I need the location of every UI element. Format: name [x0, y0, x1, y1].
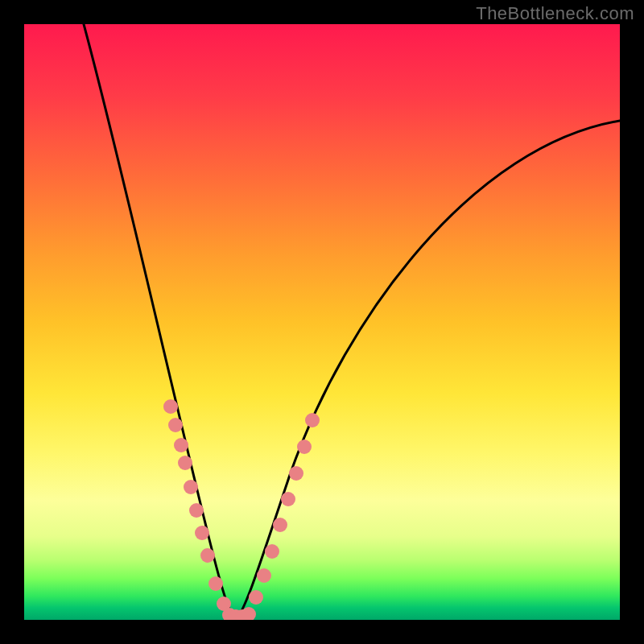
right-marker-dots — [249, 413, 320, 605]
svg-point-10 — [249, 590, 263, 605]
svg-point-15 — [289, 466, 303, 481]
svg-point-13 — [273, 518, 287, 532]
svg-point-12 — [265, 544, 279, 559]
left-marker-dots — [163, 399, 231, 611]
svg-point-11 — [257, 568, 271, 583]
plot-area — [24, 24, 620, 620]
curve-path — [84, 24, 620, 618]
svg-point-17 — [305, 413, 320, 427]
bottom-marker-dots — [222, 607, 256, 620]
svg-point-1 — [168, 418, 183, 432]
svg-point-6 — [195, 526, 209, 540]
svg-point-5 — [189, 503, 204, 518]
watermark-text: TheBottleneck.com — [476, 3, 634, 24]
bottleneck-curve-layer — [24, 24, 620, 620]
svg-point-8 — [208, 576, 223, 591]
svg-point-0 — [163, 399, 178, 414]
svg-point-14 — [281, 492, 295, 506]
svg-point-3 — [178, 456, 192, 470]
svg-point-4 — [184, 480, 198, 494]
svg-point-7 — [200, 548, 215, 563]
svg-point-16 — [297, 440, 312, 454]
svg-point-2 — [174, 438, 188, 452]
